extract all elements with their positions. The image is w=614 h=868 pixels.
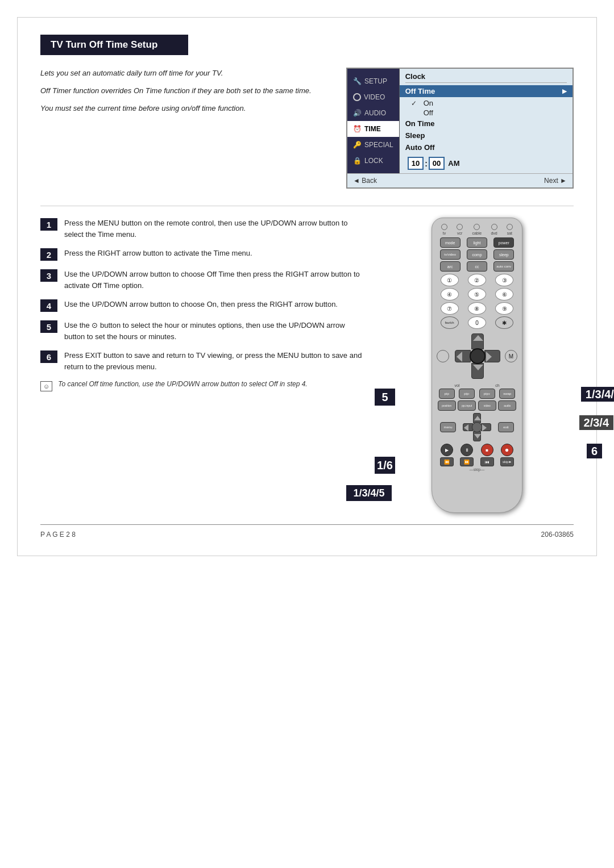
sidebar-video: VIDEO: [347, 89, 399, 105]
time-minutes: 00: [429, 157, 445, 170]
submenu-off-label: Off: [424, 108, 433, 117]
stop-btn[interactable]: ■: [481, 444, 493, 456]
time-hours: 10: [408, 157, 424, 170]
step-label-6-right: 6: [587, 445, 602, 458]
record-btn[interactable]: ⏺: [501, 444, 513, 456]
remote-arc-row: arc cc auto conv: [437, 261, 517, 272]
mute-btn[interactable]: M: [505, 350, 517, 362]
to-btn[interactable]: [437, 350, 449, 362]
power-btn[interactable]: power: [493, 237, 514, 248]
pip-row: pip pip- pip+ swap: [437, 389, 517, 399]
nav-right[interactable]: [481, 423, 491, 431]
ff-btn[interactable]: ⏩: [460, 457, 474, 466]
step-text-2: Press the RIGHT arrow button to activate…: [64, 248, 252, 259]
step-label-135-right: 1/3/4/5: [581, 388, 614, 401]
vol-label: vol: [454, 383, 459, 387]
skip-btn[interactable]: skip►: [500, 457, 514, 466]
num-4[interactable]: ④: [441, 288, 459, 301]
num-0[interactable]: 0: [468, 316, 486, 329]
arc-btn[interactable]: arc: [440, 261, 460, 272]
num-7[interactable]: ⑦: [441, 302, 459, 315]
autooff-label: Auto Off: [405, 143, 567, 152]
dpad-up[interactable]: [471, 333, 484, 349]
btn-vcr: vcr: [457, 224, 463, 235]
comp-btn[interactable]: comp: [467, 249, 487, 260]
sidebar-video-label: VIDEO: [364, 93, 385, 101]
num-5[interactable]: ⑤: [468, 288, 486, 301]
step-2: 2 Press the RIGHT arrow button to activa…: [40, 248, 363, 261]
light-btn[interactable]: light: [467, 237, 487, 248]
step-label-135-bottom: 1/3/4/5: [346, 485, 392, 501]
sleep-btn[interactable]: sleep: [493, 249, 514, 260]
dpad-down[interactable]: [471, 363, 484, 379]
dpad-left[interactable]: [455, 350, 471, 362]
num-9[interactable]: ⑨: [495, 302, 513, 315]
step-text-4: Use the UP/DOWN arrow button to choose O…: [64, 299, 338, 310]
position-btn[interactable]: position: [438, 400, 456, 411]
bottom-func-row: position pp.input video audio: [437, 400, 517, 411]
num-1[interactable]: ①: [441, 274, 459, 286]
video-btn[interactable]: video: [478, 400, 496, 411]
nav-center[interactable]: [472, 422, 482, 432]
menu-row-ontime[interactable]: On Time: [405, 118, 567, 130]
step-num-1: 1: [40, 218, 57, 231]
pipminus-btn[interactable]: pip-: [459, 389, 475, 399]
swap-btn[interactable]: swap: [499, 389, 515, 399]
tv-menu-sidebar: 🔧 SETUP VIDEO 🔊 AUDIO ⏰: [347, 69, 400, 173]
mode-btn[interactable]: mode: [440, 237, 460, 248]
btn-dvd: dvd: [491, 224, 497, 235]
sidebar-setup-label: SETUP: [364, 77, 387, 85]
pip-btn[interactable]: pip: [439, 389, 455, 399]
footer-doc: 206-03865: [541, 531, 574, 539]
menu-row-offtime[interactable]: Off Time ▶: [400, 85, 572, 97]
nav-down[interactable]: [473, 431, 481, 441]
autoconv-btn[interactable]: auto conv: [493, 261, 514, 272]
num-8[interactable]: ⑧: [468, 302, 486, 315]
top-section: Lets you set an automatic daily turn off…: [40, 68, 574, 189]
tvvideo-btn[interactable]: tv/video: [440, 249, 460, 260]
step-num-2: 2: [40, 248, 57, 261]
num-6[interactable]: ⑥: [495, 288, 513, 301]
note-icon: ☺: [40, 381, 52, 391]
vcr-btn-circle[interactable]: [457, 224, 463, 230]
next-button[interactable]: Next ►: [544, 177, 567, 185]
remote-numpad: ① ② ③ ④ ⑤ ⑥ ⑦ ⑧ ⑨ fav/ch 0 ✱: [437, 274, 517, 329]
dpad-right[interactable]: [484, 350, 500, 362]
menu-row-sleep[interactable]: Sleep: [405, 130, 567, 141]
tv-btn-circle[interactable]: [441, 224, 447, 230]
pause-btn[interactable]: ⏸: [460, 444, 473, 456]
step-5: 5 Use the ⊙ button to select the hour or…: [40, 320, 363, 342]
btn-power-wrap: power: [493, 237, 514, 248]
exit-btn[interactable]: exit: [498, 422, 514, 432]
time-colon: :: [425, 159, 428, 168]
num-star[interactable]: ✱: [495, 316, 513, 329]
ppinput-btn[interactable]: pp.input: [458, 400, 476, 411]
sat-btn-circle[interactable]: [507, 224, 513, 230]
dpad-center[interactable]: [470, 348, 486, 364]
sidebar-audio-label: AUDIO: [364, 109, 386, 117]
sidebar-audio: 🔊 AUDIO: [347, 105, 399, 121]
dpad: [455, 333, 500, 379]
time-ampm: AM: [448, 159, 459, 168]
cable-btn-circle[interactable]: [474, 224, 480, 230]
tv-menu-header: Clock: [405, 72, 567, 83]
page-container: TV Turn Off Time Setup Lets you set an a…: [17, 17, 597, 556]
num-2[interactable]: ②: [468, 274, 486, 286]
rew-btn[interactable]: ⏪: [440, 457, 454, 466]
play-btn[interactable]: ▶: [441, 444, 453, 456]
num-3[interactable]: ③: [495, 274, 513, 286]
audio-btn[interactable]: audio: [498, 400, 516, 411]
prev-btn[interactable]: ⏮: [480, 457, 494, 466]
dvd-btn-circle[interactable]: [491, 224, 497, 230]
num-fav[interactable]: fav/ch: [441, 316, 459, 329]
steps-list: 1 Press the MENU button on the remote co…: [40, 218, 363, 513]
menu-btn[interactable]: menu: [440, 422, 456, 432]
intro-p1: Lets you set an automatic daily turn off…: [40, 68, 329, 80]
cc-btn[interactable]: cc: [467, 261, 487, 272]
nav-area: menu: [437, 413, 517, 441]
back-button[interactable]: ◄ Back: [353, 177, 377, 185]
step-label-16: 1/6: [375, 456, 395, 474]
menu-row-autooff[interactable]: Auto Off: [405, 141, 567, 153]
svg-marker-2: [457, 352, 462, 362]
pipplus-btn[interactable]: pip+: [479, 389, 495, 399]
